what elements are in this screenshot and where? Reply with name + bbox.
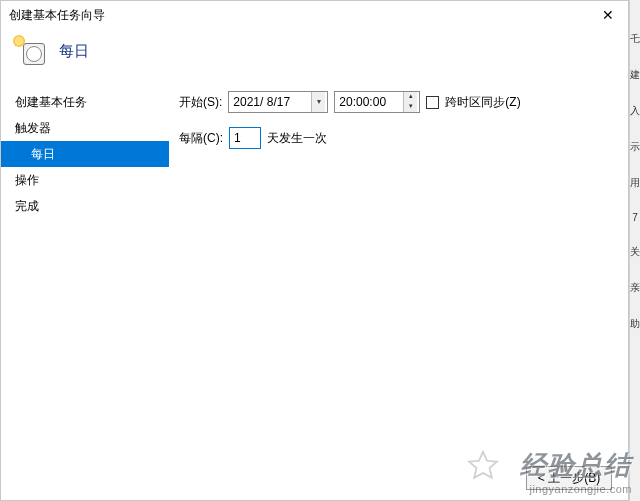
sidebar-item-daily[interactable]: 每日: [1, 141, 169, 167]
sidebar-item-finish[interactable]: 完成: [1, 193, 169, 219]
wizard-window: 创建基本任务向导 ✕ 每日 创建基本任务 触发器 每日 操作 完成 开始(S):…: [0, 0, 629, 501]
footer: < 上一步(B): [526, 466, 612, 490]
date-value: 2021/ 8/17: [233, 95, 290, 109]
window-title: 创建基本任务向导: [9, 7, 105, 24]
interval-input[interactable]: [229, 127, 261, 149]
start-date-input[interactable]: 2021/ 8/17 ▾: [228, 91, 328, 113]
page-title: 每日: [59, 42, 89, 61]
wizard-clock-icon: [15, 37, 45, 65]
time-value: 20:00:00: [339, 95, 386, 109]
wizard-body: 创建基本任务 触发器 每日 操作 完成 开始(S): 2021/ 8/17 ▾ …: [1, 83, 628, 453]
start-row: 开始(S): 2021/ 8/17 ▾ 20:00:00 ▴ ▾ 跨时区同步(Z…: [179, 91, 618, 113]
date-dropdown-icon[interactable]: ▾: [311, 92, 325, 112]
titlebar: 创建基本任务向导 ✕: [1, 1, 628, 29]
close-icon: ✕: [602, 7, 614, 23]
sidebar: 创建基本任务 触发器 每日 操作 完成: [1, 83, 169, 453]
spinner-down-icon[interactable]: ▾: [404, 102, 417, 112]
sync-tz-checkbox[interactable]: [426, 96, 439, 109]
start-time-input[interactable]: 20:00:00 ▴ ▾: [334, 91, 420, 113]
sidebar-item-create-basic-task[interactable]: 创建基本任务: [1, 89, 169, 115]
star-icon: [466, 449, 500, 483]
back-button[interactable]: < 上一步(B): [526, 466, 612, 490]
start-label: 开始(S):: [179, 94, 222, 111]
interval-label: 每隔(C):: [179, 130, 223, 147]
time-spinner[interactable]: ▴ ▾: [403, 92, 417, 112]
spinner-up-icon[interactable]: ▴: [404, 92, 417, 102]
wizard-header: 每日: [1, 29, 628, 83]
sidebar-item-trigger[interactable]: 触发器: [1, 115, 169, 141]
interval-suffix: 天发生一次: [267, 130, 327, 147]
sync-tz-label: 跨时区同步(Z): [445, 94, 520, 111]
interval-row: 每隔(C): 天发生一次: [179, 127, 618, 149]
close-button[interactable]: ✕: [588, 1, 628, 29]
sidebar-item-action[interactable]: 操作: [1, 167, 169, 193]
right-strip: 乇 建 入 示 用 7 关 亲 助: [629, 0, 640, 501]
content: 开始(S): 2021/ 8/17 ▾ 20:00:00 ▴ ▾ 跨时区同步(Z…: [169, 83, 628, 453]
